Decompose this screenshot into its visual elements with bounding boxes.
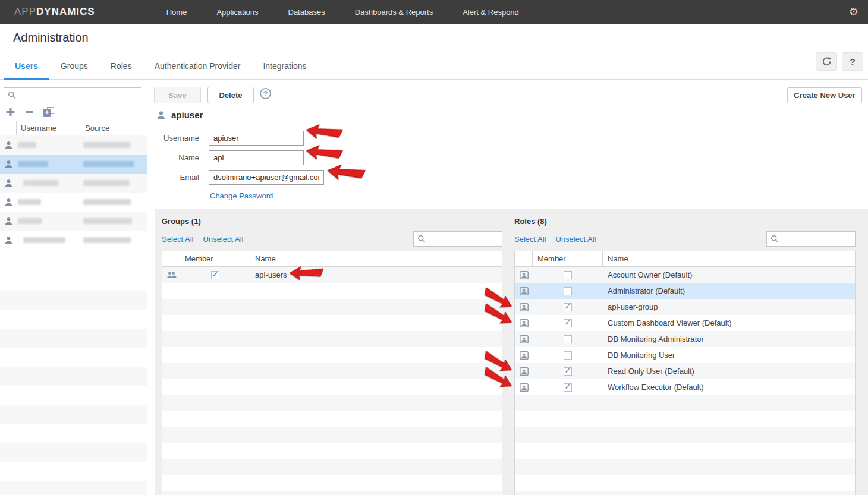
role-member-checkbox[interactable]: ✓ — [564, 319, 572, 327]
person-icon — [0, 160, 17, 169]
duplicate-user-icon[interactable]: + — [43, 106, 54, 118]
roles-select-all-link[interactable]: Select All — [514, 235, 546, 244]
roles-member-column-header: Member — [533, 251, 603, 266]
username-input[interactable] — [209, 131, 304, 146]
redacted-username — [18, 218, 42, 224]
roles-panel: Roles (8) Select All Unselect All Member — [514, 209, 856, 495]
content-area: + Username Source Save Delete ? Create N… — [0, 80, 868, 495]
groups-search-box — [413, 231, 502, 247]
role-member-checkbox[interactable]: ✓ — [564, 335, 572, 343]
role-row[interactable]: ✓Account Owner (Default) — [515, 267, 855, 283]
person-icon — [0, 179, 17, 188]
remove-user-icon[interactable] — [24, 106, 35, 118]
save-button[interactable]: Save — [154, 87, 201, 103]
tab-authentication-provider[interactable]: Authentication Provider — [143, 53, 252, 80]
groups-select-all-link[interactable]: Select All — [162, 235, 193, 244]
gear-icon[interactable]: ⚙ — [849, 0, 858, 24]
groups-empty-rows — [162, 283, 502, 495]
role-badge-icon — [515, 271, 533, 279]
email-input[interactable] — [209, 170, 324, 185]
role-name: Administrator (Default) — [603, 286, 855, 295]
role-name: api-user-group — [603, 302, 855, 311]
page-title: Administration — [13, 31, 89, 45]
redacted-source — [83, 218, 132, 224]
role-member-checkbox[interactable]: ✓ — [564, 303, 572, 311]
roles-search-box — [766, 231, 856, 247]
role-row[interactable]: ✓Administrator (Default) — [515, 283, 855, 299]
nav-item-databases[interactable]: Databases — [288, 8, 325, 17]
group-row-api-users[interactable]: ✓ api-users — [162, 267, 502, 283]
create-new-user-button[interactable]: Create New User — [787, 87, 862, 103]
add-user-icon[interactable] — [5, 106, 16, 118]
change-password-link[interactable]: Change Password — [210, 191, 273, 200]
roles-table-body: ✓Account Owner (Default)✓Administrator (… — [515, 267, 855, 495]
role-row[interactable]: ✓Read Only User (Default) — [515, 363, 855, 379]
role-member-checkbox[interactable]: ✓ — [564, 383, 572, 392]
redacted-username — [18, 142, 36, 148]
roles-links: Select All Unselect All — [514, 235, 596, 244]
role-row[interactable]: ✓DB Monitoring Administrator — [515, 331, 855, 347]
role-row[interactable]: ✓Custom Dashboard Viewer (Default) — [515, 315, 855, 331]
form-help-icon[interactable]: ? — [260, 88, 271, 99]
delete-button[interactable]: Delete — [207, 87, 254, 103]
user-heading-name: apiuser — [171, 110, 203, 120]
role-icon-column-header — [515, 251, 533, 266]
group-member-checkbox[interactable]: ✓ — [211, 271, 219, 279]
group-icon — [162, 271, 180, 279]
tab-users[interactable]: Users — [4, 53, 49, 80]
role-row[interactable]: ✓Workflow Executor (Default) — [515, 379, 855, 395]
role-member-checkbox[interactable]: ✓ — [564, 271, 572, 279]
role-badge-icon — [515, 287, 533, 295]
nav-item-home[interactable]: Home — [166, 8, 187, 17]
user-list-row[interactable] — [0, 231, 147, 250]
role-member-checkbox[interactable]: ✓ — [564, 287, 572, 295]
top-navbar: APPDYNAMICS Home Applications Databases … — [0, 0, 868, 24]
tab-integrations[interactable]: Integrations — [251, 53, 317, 80]
user-icon — [156, 111, 166, 120]
groups-links: Select All Unselect All — [162, 235, 243, 244]
user-rows — [0, 135, 147, 250]
groups-name-column-header: Name — [250, 251, 502, 266]
name-form-row: Name — [154, 150, 304, 165]
user-list-row[interactable] — [0, 174, 147, 193]
name-input[interactable] — [209, 150, 304, 165]
user-list-empty-rows — [0, 291, 147, 495]
role-row[interactable]: ✓api-user-group — [515, 299, 855, 315]
nav-item-applications[interactable]: Applications — [216, 8, 258, 17]
role-name: Read Only User (Default) — [603, 367, 855, 376]
role-member-checkbox[interactable]: ✓ — [564, 367, 572, 376]
redacted-source — [83, 180, 130, 186]
role-badge-icon — [515, 319, 533, 327]
nav-item-dashboards-reports[interactable]: Dashboards & Reports — [355, 8, 433, 17]
roles-unselect-all-link[interactable]: Unselect All — [555, 235, 596, 244]
user-heading: apiuser — [156, 110, 203, 120]
user-list-row[interactable] — [0, 212, 147, 231]
tab-roles[interactable]: Roles — [99, 53, 143, 80]
appdynamics-logo: APPDYNAMICS — [14, 6, 95, 18]
role-member-checkbox[interactable]: ✓ — [564, 351, 572, 360]
role-name: Workflow Executor (Default) — [603, 383, 855, 392]
redacted-username — [23, 180, 59, 186]
username-label: Username — [154, 134, 199, 143]
title-bar: Administration ? — [0, 24, 868, 53]
nav-item-alert-respond[interactable]: Alert & Respond — [463, 8, 519, 17]
person-icon — [0, 198, 17, 207]
administration-page: APPDYNAMICS Home Applications Databases … — [0, 0, 868, 495]
user-list-row[interactable] — [0, 135, 147, 155]
role-badge-icon — [515, 351, 533, 360]
redacted-source — [83, 142, 131, 148]
person-icon — [0, 141, 17, 150]
user-search-input[interactable] — [18, 88, 141, 102]
role-row[interactable]: ✓DB Monitoring User — [515, 347, 855, 363]
username-column-header: Username — [17, 121, 80, 135]
user-list-row[interactable] — [0, 155, 147, 174]
roles-empty-rows — [515, 395, 855, 495]
user-list-row[interactable] — [0, 193, 147, 212]
roles-name-column-header: Name — [603, 251, 855, 266]
groups-unselect-all-link[interactable]: Unselect All — [203, 235, 243, 244]
roles-search-input[interactable] — [781, 232, 868, 246]
tab-groups[interactable]: Groups — [49, 53, 99, 80]
person-icon — [0, 236, 17, 245]
redacted-source — [83, 161, 134, 167]
redacted-username — [23, 237, 65, 243]
